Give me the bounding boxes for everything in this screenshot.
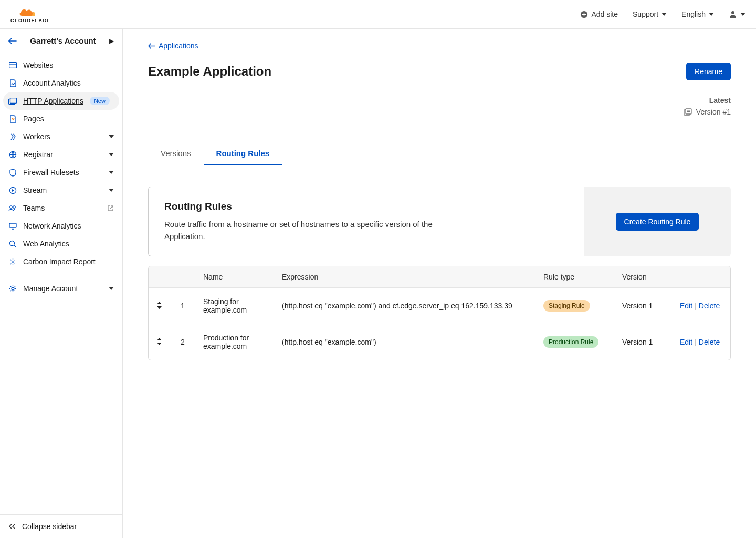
row-order: 1 [170,288,196,324]
sidebar-item-websites[interactable]: Websites [0,56,122,74]
table-row: 1Staging for example.com(http.host eq "e… [149,288,730,324]
row-version: Version 1 [615,288,673,324]
svg-point-9 [10,205,12,208]
language-menu[interactable]: English [681,10,714,18]
caret-down-icon [709,13,714,16]
panel-title: Routing Rules [164,201,568,212]
registrar-icon [8,151,17,159]
sidebar-item-stream[interactable]: Stream [0,181,122,199]
sidebar-item-label: Workers [23,132,50,141]
col-version: Version [615,266,673,288]
account-switcher[interactable]: Garrett's Account ▶ [0,29,122,53]
sidebar-item-label: Account Analytics [23,79,81,87]
back-arrow-icon [8,38,17,44]
sidebar-item-label: Carbon Impact Report [23,257,96,266]
support-menu[interactable]: Support [633,10,667,18]
version-icon [684,108,692,116]
sidebar: Garrett's Account ▶ Websites Account Ana… [0,29,123,538]
svg-text:CLOUDFLARE: CLOUDFLARE [10,18,51,23]
websites-icon [8,62,17,68]
support-label: Support [633,10,658,18]
page-title: Example Application [148,64,271,79]
svg-rect-3 [9,63,16,68]
delete-link[interactable]: Delete [699,302,720,310]
row-order: 2 [170,324,196,360]
sidebar-item-account-analytics[interactable]: Account Analytics [0,74,122,92]
rule-type-pill: Production Rule [543,336,598,348]
table-row: 2Production for example.com(http.host eq… [149,324,730,360]
sidebar-item-label: Firewall Rulesets [23,168,79,177]
user-menu[interactable] [729,10,746,18]
panel-description: Route traffic from a hostname or set of … [164,219,448,242]
svg-line-20 [10,263,11,264]
sidebar-item-carbon-impact[interactable]: Carbon Impact Report [0,253,122,271]
delete-link[interactable]: Delete [699,338,720,346]
sidebar-item-pages[interactable]: Pages [0,110,122,128]
breadcrumb-label: Applications [159,42,198,50]
sidebar-item-registrar[interactable]: Registrar [0,146,122,163]
http-apps-icon [8,98,17,105]
gear-icon [8,285,17,293]
row-version: Version 1 [615,324,673,360]
svg-rect-11 [9,223,16,227]
sidebar-item-label: Stream [23,186,47,194]
col-name: Name [196,266,275,288]
plus-circle-icon [580,11,588,18]
sidebar-item-firewall-rulesets[interactable]: Firewall Rulesets [0,163,122,181]
chevron-down-icon [109,171,114,174]
breadcrumb-back[interactable]: Applications [148,42,731,50]
edit-link[interactable]: Edit [680,302,692,310]
sidebar-item-label: HTTP Applications [23,97,83,105]
add-site-label: Add site [591,10,618,18]
chevron-down-icon [109,153,114,156]
workers-icon [8,133,17,141]
version-meta: Latest Version #1 [148,96,731,116]
col-rule-type: Rule type [536,266,615,288]
sidebar-item-web-analytics[interactable]: Web Analytics [0,235,122,253]
tab-versions[interactable]: Versions [148,142,204,165]
topbar: CLOUDFLARE Add site Support English [0,0,756,29]
tab-routing-rules[interactable]: Routing Rules [204,142,282,165]
sidebar-item-label: Teams [23,204,45,212]
chevron-down-icon [109,135,114,138]
col-expression: Expression [275,266,536,288]
drag-handle-icon[interactable] [156,338,162,345]
svg-line-21 [14,260,15,260]
arrow-left-icon [148,43,155,49]
language-label: English [681,10,706,18]
sidebar-item-label: Pages [23,115,44,123]
row-expression: (http.host eq "example.com") [275,324,536,360]
rename-button[interactable]: Rename [686,63,731,80]
collapse-sidebar-button[interactable]: Collapse sidebar [0,514,122,538]
row-name: Staging for example.com [196,288,275,324]
teams-icon [8,205,17,212]
sidebar-item-teams[interactable]: Teams [0,199,122,217]
add-site-button[interactable]: Add site [580,10,618,18]
routing-panel: Routing Rules Route traffic from a hostn… [148,187,731,256]
routing-rules-table: Name Expression Rule type Version 1Stagi… [148,266,731,360]
svg-point-22 [12,287,14,290]
sidebar-item-network-analytics[interactable]: Network Analytics [0,217,122,235]
edit-link[interactable]: Edit [680,338,692,346]
pages-icon [8,115,17,123]
carbon-icon [8,258,17,266]
sidebar-item-workers[interactable]: Workers [0,128,122,146]
caret-down-icon [662,13,667,16]
sidebar-item-label: Web Analytics [23,240,69,248]
sidebar-item-http-applications[interactable]: HTTP Applications New [3,92,119,110]
drag-handle-icon[interactable] [156,302,162,309]
collapse-label: Collapse sidebar [22,522,77,531]
network-icon [8,223,17,230]
collapse-icon [8,523,17,530]
cloudflare-logo[interactable]: CLOUDFLARE [10,5,59,23]
sidebar-item-manage-account[interactable]: Manage Account [0,280,122,297]
chevron-down-icon [109,287,114,290]
sidebar-item-label: Websites [23,61,53,69]
create-routing-rule-button[interactable]: Create Routing Rule [616,213,699,231]
new-badge: New [90,97,110,105]
sidebar-item-label: Network Analytics [23,222,81,230]
row-expression: (http.host eq "example.com") and cf.edge… [275,288,536,324]
forward-arrow-icon: ▶ [109,37,114,45]
stream-icon [8,187,17,194]
tabs: Versions Routing Rules [148,142,731,165]
